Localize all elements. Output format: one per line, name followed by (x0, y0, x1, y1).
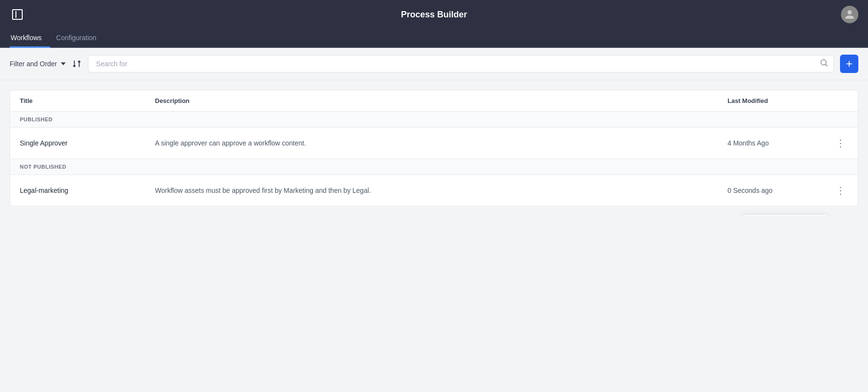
col-title: Title (20, 97, 155, 104)
filter-order-button[interactable]: Filter and Order (10, 60, 66, 68)
sidebar-toggle-button[interactable] (10, 7, 25, 22)
sidebar-icon-inner (15, 11, 19, 18)
row-last-modified: 4 Months Ago (728, 139, 824, 147)
table-header: Title Description Last Modified (10, 90, 858, 112)
section-not-published: NOT PUBLISHED (10, 159, 858, 175)
col-description: Description (155, 97, 728, 104)
workflows-table: Title Description Last Modified PUBLISHE… (10, 90, 858, 206)
col-actions (824, 97, 848, 104)
table-row: Legal-marketing Workflow assets must be … (10, 175, 858, 206)
search-wrapper (88, 55, 834, 73)
row-description: Workflow assets must be approved first b… (155, 187, 728, 194)
filter-order-label: Filter and Order (10, 60, 57, 68)
row-title: Legal-marketing (20, 187, 155, 194)
tab-workflows[interactable]: Workflows (10, 29, 50, 48)
user-icon (844, 9, 855, 20)
search-icon (820, 58, 828, 69)
page-title: Process Builder (401, 10, 467, 20)
search-input[interactable] (88, 55, 834, 73)
row-actions-button[interactable]: ⋮ (833, 183, 848, 198)
sort-icon (72, 59, 82, 69)
col-last-modified: Last Modified (728, 97, 824, 104)
top-header: Process Builder (0, 0, 868, 29)
nav-tabs: Workflows Configuration (0, 29, 868, 48)
header-left (10, 7, 25, 22)
tab-configuration[interactable]: Configuration (55, 29, 105, 48)
row-last-modified: 0 Seconds ago (728, 187, 824, 194)
toolbar: Filter and Order + (0, 48, 868, 80)
row-description: A single approver can approve a workflow… (155, 139, 728, 147)
row-actions-button[interactable]: ⋮ (833, 135, 848, 151)
user-avatar[interactable] (841, 6, 858, 23)
section-published: PUBLISHED (10, 112, 858, 128)
context-menu: Edit Duplicate Permissions Delete (742, 215, 829, 216)
chevron-down-icon (61, 62, 66, 65)
row-title: Single Approver (20, 139, 155, 147)
svg-point-0 (821, 60, 826, 65)
table-row: Single Approver A single approver can ap… (10, 128, 858, 159)
sidebar-icon (12, 9, 23, 20)
add-button[interactable]: + (840, 55, 858, 73)
sort-button[interactable] (71, 58, 82, 69)
